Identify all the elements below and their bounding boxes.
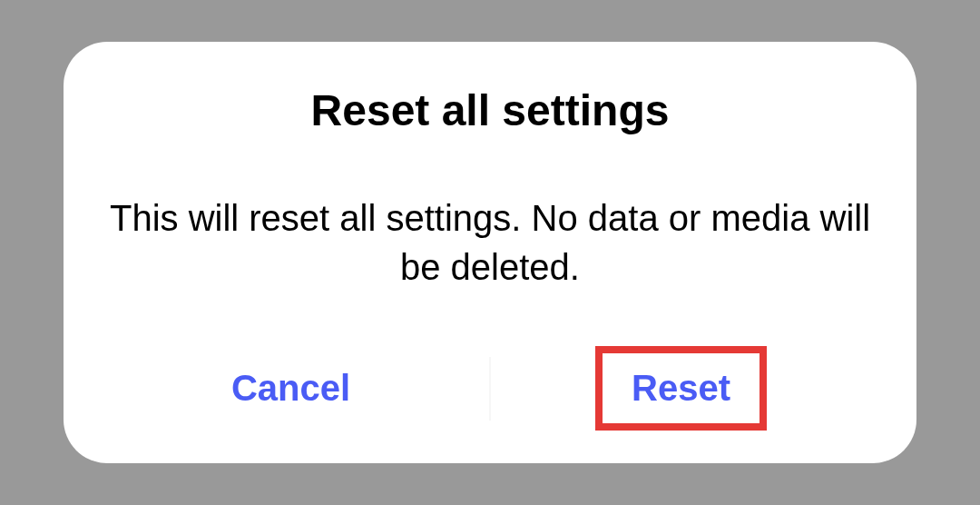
dialog-message: This will reset all settings. No data or… bbox=[100, 193, 880, 292]
reset-button-highlight: Reset bbox=[595, 346, 767, 431]
cancel-button[interactable]: Cancel bbox=[213, 357, 368, 420]
reset-button[interactable]: Reset bbox=[613, 357, 749, 420]
dialog-actions: Cancel Reset bbox=[100, 346, 880, 431]
reset-settings-dialog: Reset all settings This will reset all s… bbox=[64, 42, 916, 463]
dialog-title: Reset all settings bbox=[311, 85, 670, 135]
button-divider bbox=[490, 357, 491, 421]
